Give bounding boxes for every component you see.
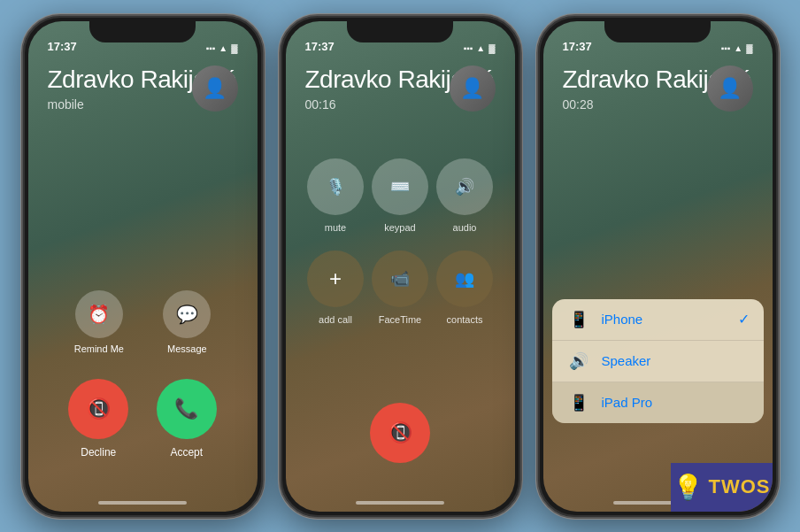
battery-icon-2: ▓ xyxy=(488,43,495,53)
audio-option-speaker[interactable]: 🔊 Speaker xyxy=(552,341,764,382)
remind-me-icon[interactable]: ⏰ xyxy=(75,290,123,338)
avatar-placeholder-1: 👤 xyxy=(192,66,238,112)
caller-avatar-3: 👤 xyxy=(707,66,753,112)
iphone-incoming: 17:37 ▪▪▪ ▲ ▓ Zdravko Rakijašić mobile 👤… xyxy=(21,14,265,519)
notch-3 xyxy=(604,21,711,42)
add-call-label: add call xyxy=(319,314,352,325)
side-button-3 xyxy=(778,104,780,149)
mute-button[interactable]: 🎙️ xyxy=(307,158,364,215)
avatar-placeholder-2: 👤 xyxy=(450,66,496,112)
silent-switch xyxy=(21,69,23,89)
wifi-icon-2: ▲ xyxy=(476,43,485,53)
iphone-device-icon: 📱 xyxy=(566,310,591,329)
accept-group[interactable]: 📞 Accept xyxy=(157,379,217,459)
decline-button[interactable]: 📵 xyxy=(68,379,128,439)
avatar-placeholder-3: 👤 xyxy=(707,66,753,112)
accept-label: Accept xyxy=(170,446,203,459)
contacts-button[interactable]: 👥 xyxy=(436,251,493,307)
iphone-audio-select: 17:37 ▪▪▪ ▲ ▓ Zdravko Rakijašić 00:28 👤 … xyxy=(536,14,780,519)
audio-button[interactable]: 🔊 xyxy=(436,158,493,215)
twos-logo-icon: 💡 xyxy=(673,473,704,502)
caller-avatar-2: 👤 xyxy=(450,66,496,112)
status-icons: ▪▪▪ ▲ ▓ xyxy=(206,43,238,53)
signal-icon-3: ▪▪▪ xyxy=(721,43,731,53)
mute-label: mute xyxy=(325,222,346,233)
facetime-group[interactable]: 📹 FaceTime xyxy=(372,251,428,325)
end-call-button[interactable]: 📵 xyxy=(370,403,430,463)
iphone-incall: 17:37 ▪▪▪ ▲ ▓ Zdravko Rakijašić 00:16 👤 … xyxy=(279,14,522,519)
side-button-2 xyxy=(520,104,522,149)
home-indicator-1 xyxy=(98,501,187,505)
status-time-2: 17:37 xyxy=(305,40,335,53)
message-label: Message xyxy=(167,343,207,354)
incoming-buttons: ⏰ Remind Me 💬 Message 📵 Decline xyxy=(28,290,258,459)
audio-group[interactable]: 🔊 audio xyxy=(436,158,493,233)
side-button xyxy=(263,104,265,149)
iphone-option-label: iPhone xyxy=(602,312,727,327)
signal-icon: ▪▪▪ xyxy=(206,43,216,53)
battery-icon-3: ▓ xyxy=(746,43,752,53)
decline-label: Decline xyxy=(81,446,116,459)
silent-switch-3 xyxy=(536,69,538,89)
audio-option-iphone[interactable]: 📱 iPhone ✓ xyxy=(552,299,764,341)
silent-switch-2 xyxy=(279,69,281,89)
keypad-group[interactable]: ⌨️ keypad xyxy=(372,158,428,233)
accept-button[interactable]: 📞 xyxy=(157,379,217,439)
call-buttons-row: 📵 Decline 📞 Accept xyxy=(28,379,258,459)
wifi-icon: ▲ xyxy=(219,43,227,53)
audio-label: audio xyxy=(453,222,477,233)
wifi-icon-3: ▲ xyxy=(734,43,742,53)
end-call-container: 📵 xyxy=(286,403,515,463)
volume-down-button xyxy=(21,133,23,161)
volume-up-button-3 xyxy=(536,96,538,124)
phones-container: 17:37 ▪▪▪ ▲ ▓ Zdravko Rakijašić mobile 👤… xyxy=(0,0,800,532)
action-buttons-row: ⏰ Remind Me 💬 Message xyxy=(28,290,258,354)
status-time-3: 17:37 xyxy=(563,40,592,53)
add-call-icon: + xyxy=(329,266,342,291)
status-icons-3: ▪▪▪ ▲ ▓ xyxy=(721,43,753,53)
facetime-button[interactable]: 📹 xyxy=(372,251,428,307)
phone1-screen: 17:37 ▪▪▪ ▲ ▓ Zdravko Rakijašić mobile 👤… xyxy=(28,21,258,512)
signal-icon-2: ▪▪▪ xyxy=(464,43,473,53)
add-call-group[interactable]: + add call xyxy=(307,251,364,325)
home-indicator-2 xyxy=(356,501,444,505)
decline-icon: 📵 xyxy=(87,397,111,420)
iphone-check-icon: ✓ xyxy=(738,311,750,328)
phone2-screen: 17:37 ▪▪▪ ▲ ▓ Zdravko Rakijašić 00:16 👤 … xyxy=(286,21,515,512)
remind-me-label: Remind Me xyxy=(74,343,124,354)
add-call-button[interactable]: + xyxy=(307,251,364,307)
end-call-icon: 📵 xyxy=(388,421,412,444)
facetime-label: FaceTime xyxy=(379,314,422,325)
battery-icon: ▓ xyxy=(231,43,237,53)
audio-option-ipad[interactable]: 📱 iPad Pro xyxy=(552,382,764,423)
caller-avatar-1: 👤 xyxy=(192,66,238,112)
mute-group[interactable]: 🎙️ mute xyxy=(307,158,364,233)
ipad-option-label: iPad Pro xyxy=(602,395,750,410)
volume-down-button-2 xyxy=(279,133,281,161)
accept-icon: 📞 xyxy=(174,397,198,420)
speaker-device-icon: 🔊 xyxy=(566,351,591,371)
remind-me-group[interactable]: ⏰ Remind Me xyxy=(74,290,124,354)
audio-selection-popup: 📱 iPhone ✓ 🔊 Speaker 📱 iPad Pro xyxy=(552,299,764,423)
incall-controls: 🎙️ mute ⌨️ keypad 🔊 audio + xyxy=(286,158,515,343)
status-time: 17:37 xyxy=(48,40,77,53)
ipad-device-icon: 📱 xyxy=(566,393,591,412)
notch-2 xyxy=(347,21,453,42)
controls-row-2: + add call 📹 FaceTime 👥 contacts xyxy=(304,251,497,325)
message-group[interactable]: 💬 Message xyxy=(163,290,211,354)
contacts-group[interactable]: 👥 contacts xyxy=(436,251,493,325)
keypad-button[interactable]: ⌨️ xyxy=(372,158,428,215)
status-icons-2: ▪▪▪ ▲ ▓ xyxy=(464,43,496,53)
contacts-label: contacts xyxy=(447,314,483,325)
speaker-option-label: Speaker xyxy=(602,353,750,368)
keypad-label: keypad xyxy=(384,222,415,233)
twos-watermark: 💡 TWOS xyxy=(671,463,773,512)
phone3-screen: 17:37 ▪▪▪ ▲ ▓ Zdravko Rakijašić 00:28 👤 … xyxy=(543,21,773,512)
notch xyxy=(89,21,196,42)
volume-up-button-2 xyxy=(279,96,281,124)
decline-group[interactable]: 📵 Decline xyxy=(68,379,128,459)
message-icon[interactable]: 💬 xyxy=(163,290,211,338)
volume-down-button-3 xyxy=(536,133,538,161)
twos-text: TWOS xyxy=(709,475,771,498)
controls-row-1: 🎙️ mute ⌨️ keypad 🔊 audio xyxy=(304,158,497,233)
